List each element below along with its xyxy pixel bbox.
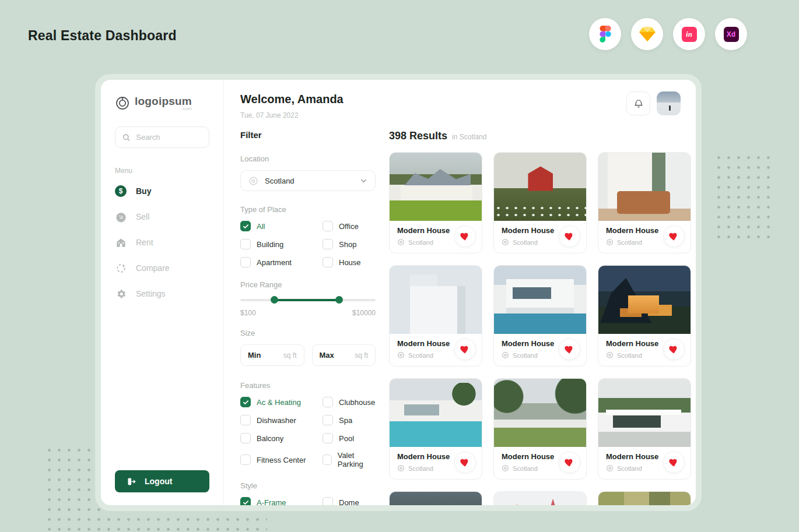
listing-photo-dark-trees: [390, 492, 482, 511]
checkbox-unchecked[interactable]: [240, 455, 251, 465]
price-range-slider[interactable]: [240, 296, 376, 304]
checkbox-label: Spa: [339, 416, 352, 425]
checkbox-unchecked[interactable]: [323, 257, 333, 267]
slider-fill: [274, 299, 339, 301]
checkbox-unchecked[interactable]: [323, 239, 333, 249]
size-max-input[interactable]: Max sq ft: [312, 344, 376, 366]
checkbox-unchecked[interactable]: [323, 497, 333, 508]
search-box[interactable]: [115, 126, 209, 148]
checkbox-option[interactable]: Shop: [323, 239, 376, 249]
listing-location: Scotland: [617, 352, 642, 359]
sidebar-item-rent[interactable]: Rent: [115, 237, 209, 248]
user-avatar[interactable]: [657, 91, 681, 115]
checkbox-option[interactable]: Spa: [323, 415, 376, 425]
listing-card[interactable]: Modern House Scotland: [598, 152, 691, 253]
listing-card[interactable]: Modern House Scotland: [389, 491, 482, 511]
features-label: Features: [240, 381, 376, 390]
checkbox-unchecked[interactable]: [240, 257, 251, 267]
sidebar-item-buy[interactable]: $ Buy: [115, 185, 209, 197]
checkbox-option[interactable]: All: [240, 221, 323, 231]
checkbox-unchecked[interactable]: [323, 455, 332, 465]
compare-icon: [115, 262, 127, 274]
location-select[interactable]: Scotland: [240, 170, 376, 191]
checkbox-unchecked[interactable]: [323, 397, 333, 407]
favorite-button[interactable]: [454, 452, 476, 473]
results-count: 398 Results: [389, 130, 447, 142]
checkbox-option[interactable]: Dishwasher: [240, 415, 323, 425]
checkbox-option[interactable]: Apartment: [240, 257, 323, 267]
checkbox-option[interactable]: Ac & Heating: [240, 397, 323, 407]
checkbox-checked[interactable]: [240, 221, 251, 231]
listing-card[interactable]: Modern House Scotland: [493, 491, 587, 511]
slider-handle-min[interactable]: [271, 296, 278, 304]
gear-icon: [115, 288, 127, 300]
favorite-button[interactable]: [663, 452, 685, 473]
heart-icon: [564, 344, 575, 355]
favorite-button[interactable]: [559, 339, 580, 360]
checkbox-label: Fitness Center: [257, 456, 306, 464]
favorite-button[interactable]: [663, 339, 685, 360]
notifications-button[interactable]: [626, 91, 650, 115]
sidebar-item-compare[interactable]: Compare: [115, 262, 209, 274]
checkbox-unchecked[interactable]: [240, 433, 251, 443]
favorite-button[interactable]: [663, 226, 685, 247]
location-pin-icon: [248, 176, 258, 186]
checkbox-unchecked[interactable]: [240, 415, 251, 425]
listing-photo-white-cube: [390, 266, 482, 334]
sidebar-item-sell[interactable]: Sell: [115, 211, 209, 223]
favorite-button[interactable]: [454, 339, 476, 360]
checkbox-option[interactable]: A-Frame: [240, 497, 323, 508]
listing-photo-suburban-house: [494, 379, 586, 447]
logo: logoipsum .com: [115, 95, 209, 111]
home-icon: [115, 237, 127, 248]
type-of-place-label: Type of Place: [240, 205, 376, 214]
checkbox-unchecked[interactable]: [323, 415, 333, 425]
checkbox-unchecked[interactable]: [323, 433, 333, 443]
size-min-input[interactable]: Min sq ft: [240, 344, 304, 366]
figma-icon: [589, 18, 621, 50]
search-input[interactable]: [136, 133, 202, 142]
checkbox-option[interactable]: Fitness Center: [240, 451, 323, 468]
heart-icon: [460, 344, 471, 355]
logout-button[interactable]: Logout: [115, 470, 209, 492]
favorite-button[interactable]: [559, 226, 580, 247]
main-content: Welcome, Amanda Tue, 07 June 2022 Filter…: [224, 80, 696, 505]
listing-photo-aframe-dusk: [598, 266, 691, 334]
checkbox-option[interactable]: Balcony: [240, 433, 323, 443]
checkbox-label: Ac & Heating: [257, 398, 301, 407]
style-label: Style: [240, 481, 376, 490]
listing-card[interactable]: Modern House Scotland: [598, 378, 691, 480]
checkbox-option[interactable]: Office: [323, 221, 376, 231]
checkbox-label: Dome: [339, 498, 359, 507]
listing-card[interactable]: Modern House Scotland: [493, 378, 587, 480]
sidebar: logoipsum .com Menu $ Buy Sell Rent: [101, 80, 224, 505]
listing-card[interactable]: Modern House Scotland: [598, 491, 691, 511]
listing-card[interactable]: Modern House Scotland: [493, 152, 587, 253]
heart-icon: [668, 231, 679, 242]
checkbox-unchecked[interactable]: [323, 221, 333, 231]
checkbox-option[interactable]: House: [323, 257, 376, 267]
results-panel: 398 Results in Scotland Modern House Sco…: [389, 130, 696, 505]
checkbox-unchecked[interactable]: [240, 239, 251, 249]
listings-grid: Modern House Scotland Modern House Scotl…: [389, 152, 696, 511]
sidebar-item-settings[interactable]: Settings: [115, 288, 209, 300]
location-pin-icon: [606, 464, 614, 472]
checkbox-option[interactable]: Building: [240, 239, 323, 249]
favorite-button[interactable]: [454, 226, 476, 247]
listing-card[interactable]: Modern House Scotland: [493, 265, 587, 367]
checkbox-checked[interactable]: [240, 397, 251, 407]
checkbox-option[interactable]: Pool: [323, 433, 376, 443]
results-scope: in Scotland: [452, 133, 486, 141]
slider-handle-max[interactable]: [335, 296, 343, 304]
location-pin-icon: [397, 351, 405, 359]
listing-card[interactable]: Modern House Scotland: [389, 152, 482, 253]
checkbox-option[interactable]: Valet Parking: [323, 451, 376, 468]
checkbox-option[interactable]: Clubhouse: [323, 397, 376, 407]
checkbox-option[interactable]: Dome: [323, 497, 376, 508]
listing-card[interactable]: Modern House Scotland: [389, 378, 482, 480]
welcome-heading: Welcome, Amanda: [240, 93, 344, 106]
checkbox-checked[interactable]: [240, 497, 251, 508]
favorite-button[interactable]: [559, 452, 580, 473]
listing-card[interactable]: Modern House Scotland: [598, 265, 691, 367]
listing-card[interactable]: Modern House Scotland: [389, 265, 482, 367]
